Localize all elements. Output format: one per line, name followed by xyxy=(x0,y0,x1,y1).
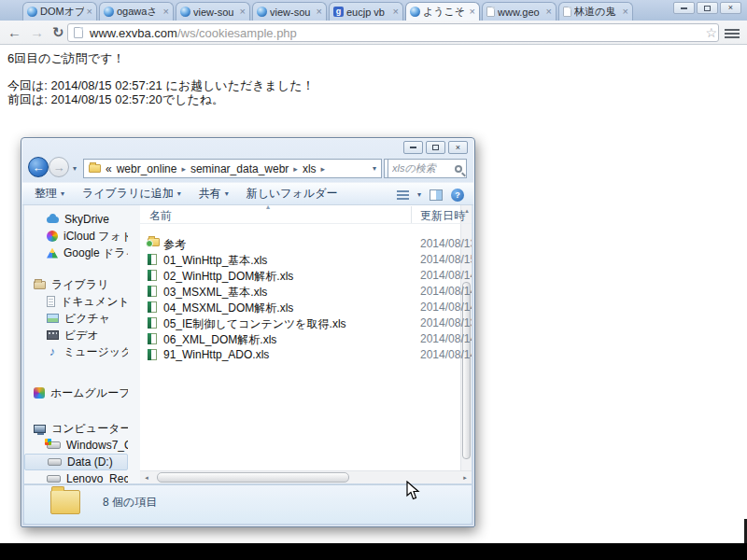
explorer-back-button[interactable]: ← xyxy=(28,157,49,177)
browser-tab[interactable]: DOMオブ× xyxy=(22,2,97,21)
sidebar-item[interactable]: Data (D:) xyxy=(24,454,128,470)
sidebar-item[interactable]: Windows7_OS (C:) xyxy=(24,437,128,454)
breadcrumb-segment[interactable]: webr_online xyxy=(117,162,177,175)
scroll-right-icon[interactable]: ▸ xyxy=(458,471,472,483)
help-icon[interactable]: ? xyxy=(451,189,464,202)
breadcrumb-overflow-chevron[interactable]: « xyxy=(106,162,112,175)
explorer-forward-button[interactable]: → xyxy=(49,157,69,177)
sidebar-item[interactable]: ドキュメント xyxy=(24,293,128,310)
tab-close-icon[interactable]: × xyxy=(240,7,246,17)
address-bar[interactable]: www.exvba.com/ws/cookiesample.php xyxy=(67,23,719,42)
browser-tab[interactable]: view-sou× xyxy=(252,2,327,21)
computer-icon xyxy=(34,425,46,433)
browser-tab[interactable]: ようこそ× xyxy=(405,2,480,21)
breadcrumb-separator-icon[interactable]: ▸ xyxy=(293,164,298,174)
browser-tab[interactable]: ogawaさ× xyxy=(99,2,174,21)
breadcrumb-separator-icon[interactable]: ▸ xyxy=(321,164,326,174)
breadcrumb-segment[interactable]: xls xyxy=(303,162,317,175)
selected-folder-icon xyxy=(50,490,80,514)
file-row[interactable]: 参考2014/08/13 xyxy=(140,236,472,252)
sidebar-item[interactable]: iCloud フォト xyxy=(24,228,128,245)
breadcrumb[interactable]: « webr_online▸seminar_data_webr▸xls▸ ▾ xyxy=(83,159,382,178)
change-view-dropdown-icon[interactable]: ▾ xyxy=(417,190,421,199)
tab-close-icon[interactable]: × xyxy=(623,7,628,17)
reload-icon[interactable]: ↻ xyxy=(52,24,64,41)
file-row[interactable]: 04_MSXML_DOM解析.xls2014/08/14 xyxy=(140,300,472,315)
preview-pane-icon[interactable] xyxy=(430,189,443,201)
breadcrumb-separator-icon[interactable]: ▸ xyxy=(181,164,186,174)
bookmark-star-icon[interactable]: ☆ xyxy=(705,26,717,39)
column-header-date-modified[interactable]: 更新日時 xyxy=(420,208,465,224)
tab-label: www.geo xyxy=(498,7,543,18)
sidebar-item[interactable]: ピクチャ xyxy=(24,310,128,327)
browser-tab[interactable]: view-sou× xyxy=(176,2,250,21)
file-row[interactable]: 06_XML_DOM解析.xls2014/08/14 xyxy=(140,331,472,347)
close-button[interactable]: × xyxy=(720,2,741,14)
file-row[interactable]: 03_MSXML_基本.xls2014/08/14 xyxy=(140,284,472,300)
address-dropdown-icon[interactable]: ▾ xyxy=(373,164,376,173)
browser-tab[interactable]: geucjp vb× xyxy=(329,2,403,21)
tabs-container: DOMオブ×ogawaさ×view-sou×view-sou×geucjp vb… xyxy=(22,2,635,21)
file-name: 01_WinHttp_基本.xls xyxy=(163,253,267,269)
browser-tab[interactable]: www.geo× xyxy=(482,2,557,21)
sidebar-item-label: ミュージック xyxy=(63,344,128,360)
tab-close-icon[interactable]: × xyxy=(470,7,475,17)
minimize-button[interactable] xyxy=(673,2,695,14)
sidebar-item-label: Google ドライブ xyxy=(63,245,128,261)
explorer-close-button[interactable]: × xyxy=(448,141,468,154)
scroll-left-icon[interactable]: ◂ xyxy=(140,471,153,483)
command-bar-right-icons: ▾ ? xyxy=(397,183,464,206)
change-view-icon[interactable] xyxy=(397,190,409,200)
url-host: www.exvba.com xyxy=(90,26,177,40)
column-separator[interactable] xyxy=(411,206,412,223)
explorer-maximize-button[interactable] xyxy=(426,141,445,154)
command-menu[interactable]: 共有▾ xyxy=(199,186,229,202)
tab-close-icon[interactable]: × xyxy=(393,7,399,17)
horizontal-scrollbar[interactable]: ◂ ▸ xyxy=(140,470,472,483)
sidebar-item[interactable]: ミュージック xyxy=(24,343,128,360)
tab-close-icon[interactable]: × xyxy=(163,7,169,17)
scrollbar-thumb[interactable] xyxy=(157,472,349,483)
sidebar-item[interactable]: ホームグループ xyxy=(24,385,128,401)
tab-close-icon[interactable]: × xyxy=(87,7,92,17)
sidebar-item[interactable]: Lenovo_Recovery xyxy=(24,470,128,483)
maximize-icon xyxy=(432,145,439,150)
file-date-modified: 2014/08/14 xyxy=(420,332,472,345)
sidebar-item[interactable]: ライブラリ xyxy=(24,276,128,293)
file-row[interactable]: 02_WinHttp_DOM解析.xls2014/08/14 xyxy=(140,268,472,284)
restore-button[interactable] xyxy=(697,2,718,14)
sidebar-item[interactable]: コンピューター xyxy=(24,420,128,437)
file-date-modified: 2014/08/14 xyxy=(420,348,472,361)
command-label: 共有 xyxy=(199,186,221,202)
command-menu[interactable]: 整理▾ xyxy=(35,186,64,202)
browser-tab[interactable]: 林道の鬼× xyxy=(558,2,633,21)
explorer-minimize-button[interactable] xyxy=(403,141,423,154)
file-row[interactable]: 01_WinHttp_基本.xls2014/08/15 xyxy=(140,252,472,268)
tab-close-icon[interactable]: × xyxy=(317,7,322,17)
command-button[interactable]: 新しいフォルダー xyxy=(247,186,338,202)
back-icon[interactable]: ← xyxy=(7,24,21,40)
folder-icon xyxy=(89,164,101,173)
recent-pages-dropdown-icon[interactable]: ▾ xyxy=(73,164,77,173)
file-date-modified: 2014/08/13 xyxy=(420,316,472,329)
forward-icon[interactable]: → xyxy=(30,24,44,40)
search-box[interactable]: xlsの検索 xyxy=(388,159,467,178)
sidebar-item[interactable]: Google ドライブ xyxy=(24,245,128,261)
file-row[interactable]: 05_IE制御してコンテンツを取得.xls2014/08/13 xyxy=(140,315,472,331)
back-icon: ← xyxy=(33,161,45,175)
sidebar-item-label: ホームグループ xyxy=(50,385,128,401)
tab-close-icon[interactable]: × xyxy=(546,7,552,17)
file-list: ▴ 名前 更新日時 参考2014/08/1301_WinHttp_基本.xls2… xyxy=(140,205,472,470)
command-label: 整理 xyxy=(35,186,57,202)
search-icon xyxy=(455,165,462,173)
browser-menu-icon[interactable] xyxy=(725,29,740,38)
sidebar-item-label: Data (D:) xyxy=(67,455,113,469)
sidebar-item[interactable]: ビデオ xyxy=(24,327,128,343)
command-menu[interactable]: ライブラリに追加▾ xyxy=(82,186,181,202)
search-placeholder: xlsの検索 xyxy=(392,161,455,175)
site-favicon xyxy=(104,7,114,17)
column-header-name[interactable]: 名前 xyxy=(149,208,172,224)
breadcrumb-segment[interactable]: seminar_data_webr xyxy=(190,162,289,175)
sidebar-item[interactable]: SkyDrive xyxy=(24,211,128,228)
file-row[interactable]: 91_WinHttp_ADO.xls2014/08/14 xyxy=(140,347,472,363)
